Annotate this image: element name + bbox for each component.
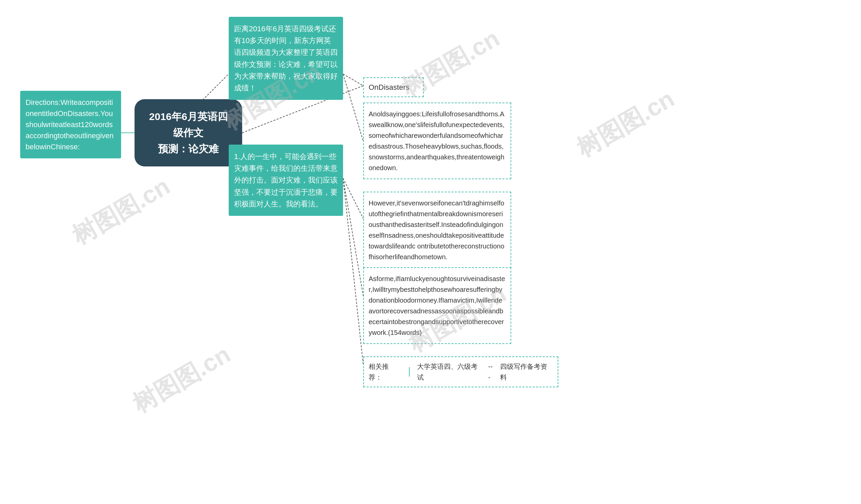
center-node: 2016年6月英语四级作文 预测：论灾难: [135, 99, 242, 166]
watermark-5: 树图图.cn: [127, 338, 236, 420]
para2-node: However,it'sevenworseifonecan'tdraghimse…: [363, 192, 511, 268]
svg-line-4: [343, 74, 363, 141]
related-label: 相关推荐：: [369, 361, 401, 383]
intro-text: 距离2016年6月英语四级考试还有10多天的时间，新东方网英语四级频道为大家整理…: [234, 25, 338, 92]
para1-text: Anoldsayinggoes:Lifeisfullofrosesandthor…: [369, 110, 505, 171]
intro-node: 距离2016年6月英语四级考试还有10多天的时间，新东方网英语四级频道为大家整理…: [229, 17, 343, 100]
related-sep-text: ---: [488, 361, 495, 383]
disasters-label-node: OnDisasters: [363, 77, 424, 97]
chinese-text: 1.人的一生中，可能会遇到一些灾难事件，给我们的生活带来意外的打击。面对灾难，我…: [234, 152, 338, 208]
svg-line-3: [343, 74, 363, 86]
center-line1: 2016年6月英语四级作文: [145, 109, 232, 141]
center-line2: 预测：论灾难: [145, 141, 232, 157]
watermark-1: 树图图.cn: [66, 170, 176, 252]
related-separator: [409, 367, 410, 377]
mind-map: Directions:WriteacompositionentitledOnDi…: [0, 0, 861, 504]
related-inner: 相关推荐： 大学英语四、六级考试 --- 四级写作备考资料: [369, 361, 553, 383]
directions-text: Directions:WriteacompositionentitledOnDi…: [26, 98, 114, 151]
directions-node: Directions:WriteacompositionentitledOnDi…: [20, 91, 121, 158]
svg-line-7: [343, 178, 363, 365]
related-node: 相关推荐： 大学英语四、六级考试 --- 四级写作备考资料: [363, 356, 558, 387]
watermark-4: 树图图.cn: [571, 83, 680, 164]
para3-text: Asforme,ifIamluckyenoughtosurviveinadisa…: [369, 275, 505, 336]
para1-node: Anoldsayinggoes:Lifeisfullofrosesandthor…: [363, 102, 511, 179]
para3-node: Asforme,ifIamluckyenoughtosurviveinadisa…: [363, 267, 511, 344]
chinese-node: 1.人的一生中，可能会遇到一些灾难事件，给我们的生活带来意外的打击。面对灾难，我…: [229, 144, 343, 216]
related-item2: 四级写作备考资料: [500, 361, 553, 383]
related-item1: 大学英语四、六级考试: [417, 361, 483, 383]
svg-line-6: [343, 178, 363, 296]
disasters-label-text: OnDisasters: [369, 83, 409, 92]
para2-text: However,it'sevenworseifonecan'tdraghimse…: [369, 199, 505, 261]
svg-line-5: [343, 178, 363, 219]
